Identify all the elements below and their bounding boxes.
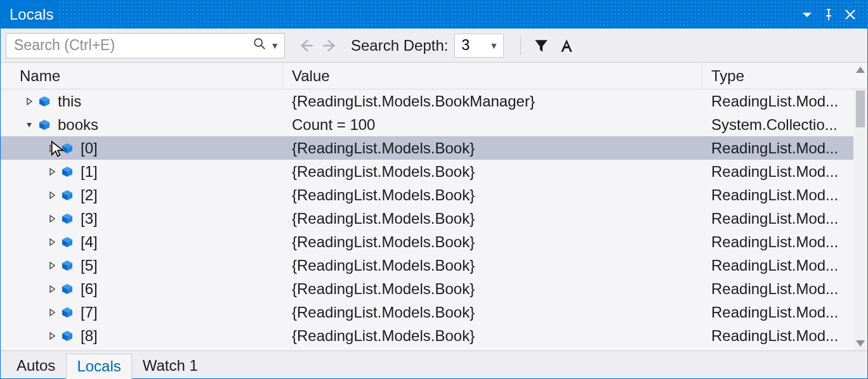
expand-icon[interactable] — [46, 307, 58, 318]
vertical-scrollbar[interactable] — [853, 89, 867, 350]
table-row[interactable]: [8]{ReadingList.Models.Book}ReadingList.… — [1, 324, 853, 347]
object-icon — [60, 305, 74, 319]
collapse-icon[interactable] — [23, 119, 35, 131]
search-depth-select[interactable]: 3 ▼ — [454, 34, 504, 58]
variable-name: this — [58, 93, 81, 110]
expand-icon[interactable] — [46, 330, 58, 342]
scrollbar-thumb[interactable] — [856, 91, 865, 127]
search-box[interactable]: ▼ — [6, 33, 285, 58]
tab-bar: AutosLocalsWatch 1 — [1, 350, 867, 378]
object-icon — [60, 259, 74, 273]
expand-icon[interactable] — [46, 283, 58, 295]
window-menu-button[interactable] — [796, 1, 818, 29]
column-header-type[interactable]: Type — [702, 63, 853, 89]
variable-type: ReadingList.Mod... — [711, 186, 853, 204]
variable-name: [4] — [81, 233, 98, 251]
object-icon — [60, 141, 74, 155]
variable-name: [0] — [81, 139, 98, 157]
variable-type: ReadingList.Mod... — [711, 210, 853, 228]
variable-type: ReadingList.Mod... — [711, 139, 853, 157]
text-style-button[interactable] — [554, 33, 579, 58]
filter-button[interactable] — [529, 33, 554, 58]
variable-name: books — [58, 116, 98, 134]
locals-window: Locals ▼ Search Depth: 3 ▼ — [0, 0, 868, 379]
table-row[interactable]: [5]{ReadingList.Models.Book}ReadingList.… — [1, 254, 853, 277]
variable-name: [2] — [81, 186, 98, 204]
table-row[interactable]: [0]{ReadingList.Models.Book}ReadingList.… — [1, 136, 853, 160]
variable-type: ReadingList.Mod... — [711, 327, 853, 345]
window-title: Locals — [10, 6, 53, 23]
scroll-up-button[interactable] — [853, 63, 867, 89]
table-row[interactable]: booksCount = 100System.Collectio... — [1, 113, 853, 136]
variable-value: {ReadingList.Models.BookManager} — [292, 93, 535, 110]
variable-value: {ReadingList.Models.Book} — [292, 163, 475, 181]
variable-value: {ReadingList.Models.Book} — [292, 304, 475, 321]
tab-locals[interactable]: Locals — [66, 354, 131, 379]
variable-value: {ReadingList.Models.Book} — [292, 186, 475, 204]
expand-icon[interactable] — [46, 213, 58, 224]
variable-type: ReadingList.Mod... — [711, 304, 853, 321]
variable-value: {ReadingList.Models.Book} — [292, 280, 475, 298]
table-row[interactable]: [7]{ReadingList.Models.Book}ReadingList.… — [1, 300, 853, 324]
variable-type: ReadingList.Mod... — [711, 93, 853, 110]
variable-name: [1] — [81, 163, 98, 181]
variable-name: [7] — [81, 304, 98, 321]
tab-watch-1[interactable]: Watch 1 — [132, 353, 209, 378]
svg-point-0 — [254, 39, 262, 46]
variable-value: {ReadingList.Models.Book} — [292, 139, 475, 157]
variable-name: [3] — [81, 210, 98, 228]
variable-name: [6] — [81, 280, 98, 298]
variable-type: ReadingList.Mod... — [711, 163, 853, 181]
object-icon — [37, 118, 51, 132]
variable-value: {ReadingList.Models.Book} — [292, 210, 475, 228]
expand-icon[interactable] — [23, 96, 35, 107]
expand-icon[interactable] — [46, 166, 58, 177]
search-depth-value: 3 — [461, 37, 470, 54]
search-icon[interactable] — [253, 37, 266, 55]
variable-value: {ReadingList.Models.Book} — [292, 327, 475, 345]
variable-value: {ReadingList.Models.Book} — [292, 257, 475, 274]
object-icon — [37, 94, 51, 108]
object-icon — [60, 212, 74, 226]
chevron-down-icon: ▼ — [490, 41, 499, 51]
variable-type: ReadingList.Mod... — [711, 257, 853, 274]
search-input[interactable] — [13, 36, 253, 55]
search-dropdown-icon[interactable]: ▼ — [270, 41, 279, 51]
variable-type: ReadingList.Mod... — [711, 233, 853, 251]
table-row[interactable]: [3]{ReadingList.Models.Book}ReadingList.… — [1, 207, 853, 230]
tab-autos[interactable]: Autos — [6, 353, 66, 378]
expand-icon[interactable] — [46, 190, 58, 201]
object-icon — [60, 165, 74, 179]
search-depth-label: Search Depth: — [351, 37, 448, 55]
variable-type: System.Collectio... — [711, 116, 853, 134]
table-row[interactable]: [1]{ReadingList.Models.Book}ReadingList.… — [1, 160, 853, 183]
variable-name: [5] — [81, 257, 98, 274]
object-icon — [60, 329, 74, 343]
nav-forward-button[interactable] — [318, 34, 342, 58]
variable-value: {ReadingList.Models.Book} — [292, 233, 475, 251]
grid-body: this{ReadingList.Models.BookManager}Read… — [1, 89, 867, 350]
column-header-value[interactable]: Value — [283, 63, 702, 89]
titlebar: Locals — [1, 1, 867, 29]
close-button[interactable] — [839, 1, 861, 29]
table-row[interactable]: [4]{ReadingList.Models.Book}ReadingList.… — [1, 230, 853, 254]
variable-name: [8] — [81, 327, 98, 345]
variables-grid: Name Value Type this{ReadingList.Models.… — [1, 63, 867, 350]
variable-value: Count = 100 — [292, 116, 375, 134]
table-row[interactable]: [6]{ReadingList.Models.Book}ReadingList.… — [1, 277, 853, 300]
expand-icon[interactable] — [46, 143, 58, 154]
grid-header: Name Value Type — [1, 63, 867, 89]
scroll-down-button[interactable] — [856, 340, 865, 347]
table-row[interactable]: [2]{ReadingList.Models.Book}ReadingList.… — [1, 183, 853, 207]
object-icon — [60, 188, 74, 202]
column-header-name[interactable]: Name — [1, 63, 283, 89]
toolbar-separator — [520, 36, 521, 55]
table-row[interactable]: this{ReadingList.Models.BookManager}Read… — [1, 89, 853, 113]
object-icon — [60, 282, 74, 296]
pin-button[interactable] — [818, 1, 839, 29]
nav-back-button[interactable] — [294, 34, 318, 58]
object-icon — [60, 235, 74, 249]
toolbar: ▼ Search Depth: 3 ▼ — [1, 29, 867, 63]
expand-icon[interactable] — [46, 236, 58, 248]
expand-icon[interactable] — [46, 260, 58, 271]
